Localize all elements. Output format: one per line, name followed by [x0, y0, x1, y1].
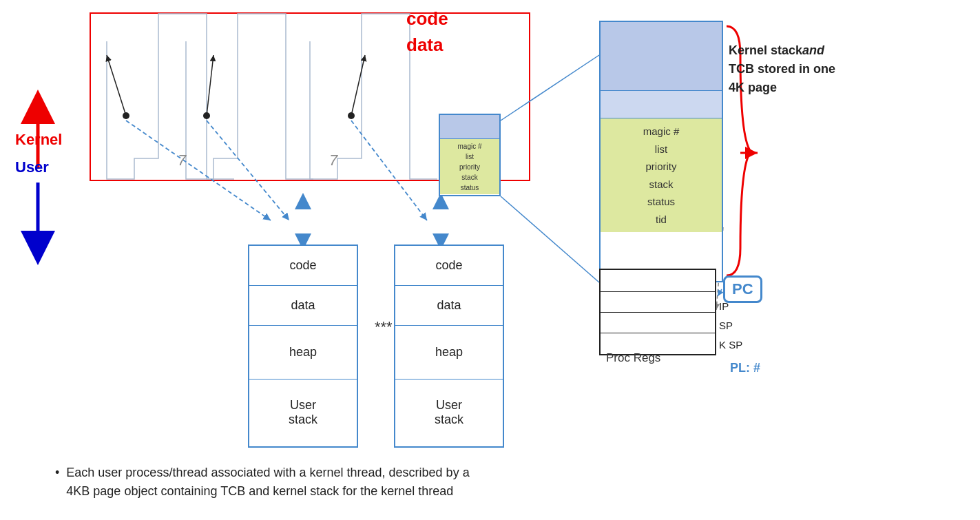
reg-row-ip	[601, 292, 715, 313]
data-section-2: data	[395, 286, 503, 326]
process-memory-box-1: code data heap Userstack	[248, 245, 358, 448]
stars-label: ***	[375, 318, 393, 336]
pl-label: PL: #	[730, 361, 760, 375]
heap-section-2: heap	[395, 326, 503, 379]
code-section-2: code	[395, 246, 503, 286]
bullet-text: • Each user process/thread associated wi…	[55, 464, 470, 501]
data-label-top: data	[406, 34, 443, 56]
ks-mid-blue	[601, 91, 722, 118]
pc-bubble: PC	[723, 275, 762, 303]
proc-regs-label: Proc Regs	[606, 351, 660, 365]
brace-line4: 4K page	[729, 81, 777, 94]
bullet-line1: Each user process/thread associated with…	[66, 464, 469, 482]
brace-line1: Kernel stack	[729, 43, 802, 57]
proc-regs-inner	[599, 269, 716, 355]
process-memory-box-2: code data heap Userstack	[394, 245, 504, 448]
data-section-1: data	[249, 286, 357, 326]
reg-row-1	[601, 270, 715, 292]
userstack-section-2: Userstack	[395, 379, 503, 446]
userstack-section-1: Userstack	[249, 379, 357, 446]
tdb-top-area	[440, 115, 499, 139]
code-section-1: code	[249, 246, 357, 286]
thread-detail-box: magic # list priority stack status	[439, 114, 501, 196]
brace-line3: TCB stored in one	[729, 62, 835, 76]
tdb-tcb-area: magic # list priority stack status	[440, 139, 499, 194]
reg-row-sp	[601, 313, 715, 333]
user-label: User	[15, 158, 49, 176]
svg-line-19	[718, 289, 722, 296]
bullet-line2: 4KB page object containing TCB and kerne…	[66, 482, 469, 501]
ks-tcb-area: magic # list priority stack status tid	[601, 118, 722, 232]
kernel-stack-zoom: magic # list priority stack status tid	[599, 21, 723, 282]
sp-label: SP	[719, 320, 733, 331]
code-label-top: code	[406, 8, 448, 30]
svg-line-10	[501, 196, 599, 282]
kernel-label: Kernel	[15, 131, 62, 149]
ks-top-blue	[601, 22, 722, 91]
brace-line2: and	[802, 43, 824, 57]
proc-regs-box	[599, 269, 716, 355]
ksp-label: K SP	[719, 339, 742, 351]
brace-label: Kernel stackand TCB stored in one 4K pag…	[729, 41, 835, 97]
heap-section-1: heap	[249, 326, 357, 379]
